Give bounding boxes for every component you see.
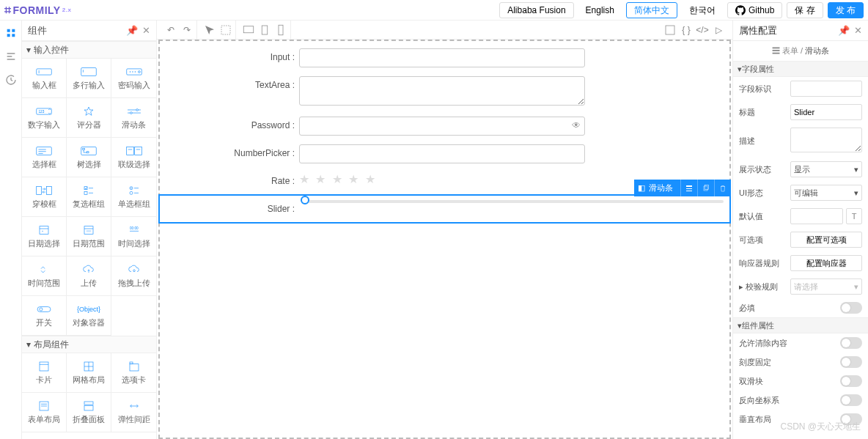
svg-rect-53	[130, 364, 139, 371]
svg-point-45	[133, 270, 135, 272]
tablet-icon[interactable]	[258, 23, 271, 37]
component-网格布局[interactable]: 网格布局	[67, 353, 111, 393]
component-评分器[interactable]: 评分器	[67, 98, 111, 138]
prop-desc[interactable]	[790, 128, 862, 152]
slider-handle[interactable]	[301, 196, 309, 204]
component-表单布局[interactable]: 表单布局	[22, 393, 67, 432]
prop-reverse[interactable]	[840, 394, 862, 406]
mobile-icon[interactable]	[274, 23, 287, 37]
component-开关[interactable]: 开关	[22, 296, 67, 336]
component-树选择[interactable]: 树选择	[67, 138, 111, 177]
component-label: 单选框组	[118, 199, 150, 210]
design-view-icon[interactable]	[663, 23, 677, 37]
component-日期选择[interactable]: 日期选择	[22, 217, 67, 257]
prop-allowclear[interactable]	[840, 337, 862, 349]
right-title: 属性配置	[739, 24, 777, 37]
preview-icon[interactable]: ▷	[712, 23, 725, 37]
selection-icon[interactable]	[219, 23, 232, 37]
component-label: 多行输入	[73, 80, 105, 91]
redo-icon[interactable]: ↷	[180, 23, 194, 37]
开关-icon	[33, 303, 55, 316]
svg-point-35	[130, 191, 133, 194]
github-button[interactable]: Github	[727, 2, 782, 18]
save-button[interactable]: 保 存	[787, 2, 823, 18]
prop-display[interactable]: 显示▾	[790, 161, 862, 177]
section-component-props[interactable]: ▾ 组件属性	[733, 317, 868, 333]
numberpicker-field[interactable]	[299, 144, 585, 163]
lang-zh[interactable]: 简体中文	[626, 2, 677, 18]
rail-outline-icon[interactable]	[4, 50, 18, 63]
section-field-props[interactable]: ▾ 字段属性	[733, 61, 868, 77]
component-联级选择[interactable]: 联级选择	[111, 138, 156, 177]
move-up-icon[interactable]	[680, 180, 697, 196]
prop-default[interactable]	[790, 208, 843, 224]
svg-rect-62	[243, 26, 254, 32]
cursor-icon[interactable]	[203, 23, 216, 37]
component-上传[interactable]: 上传	[67, 257, 111, 296]
prop-options-btn[interactable]: 配置可选项	[790, 232, 862, 248]
copy-icon[interactable]	[697, 180, 714, 196]
textarea-field[interactable]	[299, 76, 585, 106]
component-label: 日期选择	[28, 238, 60, 249]
component-对象容器[interactable]: {Object}对象容器	[67, 296, 111, 336]
component-弹性间距[interactable]: 弹性间距	[111, 393, 156, 432]
component-选项卡[interactable]: 选项卡	[111, 353, 156, 393]
component-输入框[interactable]: 输入框	[22, 59, 67, 98]
rail-history-icon[interactable]	[4, 73, 18, 86]
component-滑动条[interactable]: 滑动条	[111, 98, 156, 138]
component-时间范围[interactable]: 时间范围	[22, 257, 67, 296]
slider-track[interactable]	[302, 200, 724, 203]
pin-icon[interactable]: 📌	[126, 25, 138, 36]
rail-components-icon[interactable]	[4, 26, 18, 40]
component-label: 折叠面板	[73, 414, 105, 425]
close-right-icon[interactable]: ✕	[854, 25, 862, 36]
component-选择框[interactable]: 选择框	[22, 138, 67, 177]
prop-required-switch[interactable]	[840, 302, 862, 314]
prop-field-id[interactable]	[790, 81, 862, 97]
component-折叠面板[interactable]: 折叠面板	[67, 393, 111, 432]
rate-field[interactable]: ★ ★ ★ ★ ★	[299, 173, 377, 185]
section-inputs[interactable]: ▾输入控件	[22, 41, 156, 59]
component-卡片[interactable]: 卡片	[22, 353, 67, 393]
theme-select[interactable]: Alibaba Fusion	[499, 2, 573, 18]
component-穿梭框[interactable]: 穿梭框	[22, 177, 67, 217]
component-拖拽上传[interactable]: 拖拽上传	[111, 257, 156, 296]
svg-rect-30	[84, 191, 87, 194]
delete-icon[interactable]	[714, 180, 731, 196]
component-多行输入[interactable]: 多行输入	[67, 59, 111, 98]
form-canvas[interactable]: Input : TextArea : Password :👁 NumberPic…	[158, 40, 731, 439]
svg-rect-67	[705, 185, 709, 189]
component-密码输入[interactable]: 密码输入	[111, 59, 156, 98]
close-left-icon[interactable]: ✕	[142, 25, 150, 36]
pin-right-icon[interactable]: 📌	[838, 25, 850, 36]
component-label: 联级选择	[118, 159, 150, 170]
undo-icon[interactable]: ↶	[164, 23, 177, 37]
prop-validator[interactable]: 请选择▾	[790, 278, 862, 295]
json-view-icon[interactable]: { }	[680, 23, 693, 37]
拖拽上传-icon	[123, 263, 145, 276]
lang-english[interactable]: English	[578, 2, 622, 18]
svg-rect-15	[37, 147, 52, 155]
publish-button[interactable]: 发 布	[828, 2, 864, 18]
eye-icon[interactable]: 👁	[572, 120, 581, 130]
component-日期范围[interactable]: 日期范围	[67, 217, 111, 257]
slider-field-selected[interactable]: ◧ 滑动条 Slider :	[158, 194, 731, 224]
component-单选框组[interactable]: 单选框组	[111, 177, 156, 217]
expression-icon[interactable]: T	[846, 208, 862, 224]
component-数字输入[interactable]: 123数字输入	[22, 98, 67, 138]
prop-vertical[interactable]	[840, 413, 862, 425]
component-复选框组[interactable]: 复选框组	[67, 177, 111, 217]
component-时间选择[interactable]: 00:00时间选择	[111, 217, 156, 257]
app-logo: ⌗ FORMILY 2.x	[4, 4, 71, 17]
prop-double[interactable]	[840, 375, 862, 387]
prop-title[interactable]	[790, 104, 862, 120]
prop-reactions-btn[interactable]: 配置响应器	[790, 255, 862, 271]
desktop-icon[interactable]	[242, 23, 255, 37]
prop-ui[interactable]: 可编辑▾	[790, 185, 862, 201]
code-view-icon[interactable]: </>	[696, 23, 709, 37]
password-field[interactable]	[299, 117, 585, 136]
section-layouts[interactable]: ▾布局组件	[22, 336, 156, 353]
lang-ko[interactable]: 한국어	[682, 2, 723, 18]
prop-fixed[interactable]	[840, 356, 862, 368]
input-field[interactable]	[299, 48, 585, 67]
